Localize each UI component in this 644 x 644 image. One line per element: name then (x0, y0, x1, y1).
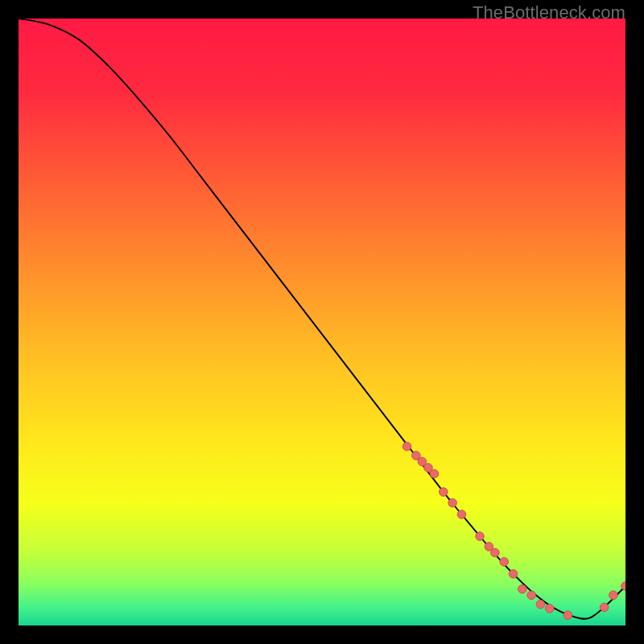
plot-area (19, 19, 625, 625)
data-marker (609, 591, 618, 600)
data-marker (536, 600, 545, 609)
data-marker (527, 591, 536, 600)
data-marker (402, 442, 411, 451)
gradient-background (19, 19, 625, 625)
data-marker (509, 570, 518, 579)
data-marker (600, 603, 609, 612)
data-marker (430, 469, 439, 478)
data-marker (457, 510, 466, 519)
data-marker (440, 488, 448, 497)
data-marker (491, 548, 500, 557)
data-marker (545, 605, 554, 613)
data-marker (518, 584, 527, 593)
data-marker (500, 558, 509, 567)
chart-svg (19, 19, 625, 625)
data-marker (476, 532, 485, 541)
data-marker (564, 611, 572, 620)
data-marker (448, 498, 457, 507)
chart-container: TheBottleneck.com (0, 0, 644, 644)
